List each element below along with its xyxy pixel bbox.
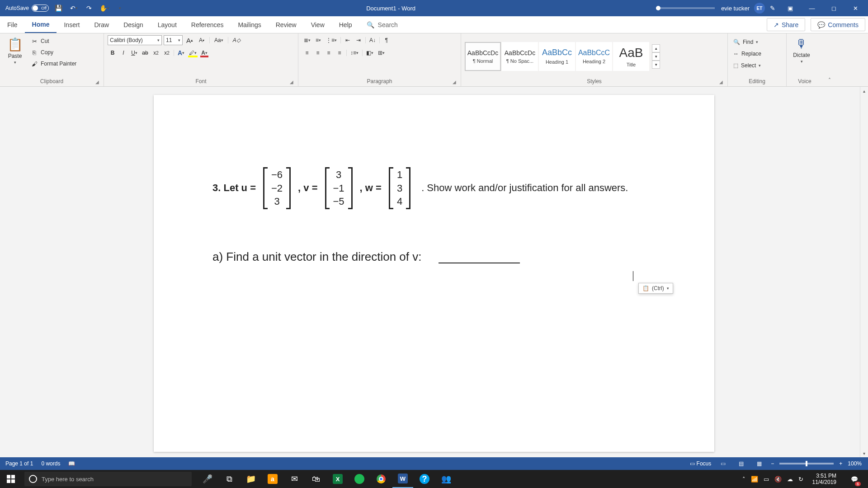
line-spacing-button[interactable]: ↕≡ ▾ [349, 48, 360, 58]
taskbar-word[interactable]: W [392, 470, 413, 488]
decrease-indent-button[interactable]: ⇤ [343, 35, 353, 45]
italic-button[interactable]: I [118, 48, 128, 58]
undo-icon[interactable]: ↶▾ [68, 2, 80, 14]
align-left-button[interactable]: ≡ [302, 48, 312, 58]
tab-home[interactable]: Home [25, 16, 57, 33]
taskbar-clock[interactable]: 3:51 PM 11/4/2019 [809, 473, 840, 486]
dictate-button[interactable]: 🎙 Dictate ▾ [790, 35, 813, 64]
taskbar-store[interactable]: 🛍 [306, 470, 326, 488]
taskbar-explorer[interactable]: 📁 [241, 470, 261, 488]
tab-layout[interactable]: Layout [151, 16, 184, 33]
cut-button[interactable]: ✂Cut [29, 36, 78, 46]
bullets-button[interactable]: ≣ ▾ [302, 35, 312, 45]
taskbar-amazon[interactable]: a [262, 470, 283, 488]
shrink-font-button[interactable]: A▾ [197, 35, 207, 45]
spellcheck-icon[interactable]: 📖 [68, 460, 75, 467]
draw-mode-icon[interactable]: ✎ [767, 2, 778, 14]
underline-button[interactable]: U ▾ [129, 48, 139, 58]
tab-mailings[interactable]: Mailings [231, 16, 268, 33]
tab-file[interactable]: File [0, 16, 25, 33]
font-name-select[interactable]: Calibri (Body)▾ [108, 35, 162, 45]
word-count[interactable]: 0 words [41, 460, 60, 467]
style-heading-2[interactable]: AaBbCcCHeading 2 [576, 42, 612, 71]
taskbar-chrome[interactable] [371, 470, 392, 488]
change-case-button[interactable]: Aa ▾ [212, 35, 225, 45]
ribbon-display-icon[interactable]: ▣ [780, 0, 800, 16]
touch-mode-icon[interactable]: ✋▾ [99, 2, 110, 14]
zoom-out-button[interactable]: − [771, 460, 774, 467]
scroll-up-icon[interactable]: ▴ [860, 87, 868, 95]
tray-battery-icon[interactable]: ▭ [764, 476, 769, 483]
page-count[interactable]: Page 1 of 1 [5, 460, 33, 467]
zoom-in-button[interactable]: + [839, 460, 842, 467]
comments-button[interactable]: 💬 Comments [811, 18, 865, 31]
increase-indent-button[interactable]: ⇥ [354, 35, 363, 45]
styles-scroll-down[interactable]: ▾ [652, 52, 660, 61]
styles-dialog-launcher[interactable]: ◢ [719, 80, 723, 84]
scroll-down-icon[interactable]: ▾ [860, 449, 868, 457]
sort-button[interactable]: A↓ [368, 35, 377, 45]
align-right-button[interactable]: ≡ [324, 48, 334, 58]
redo-icon[interactable]: ↷ [83, 2, 95, 14]
show-marks-button[interactable]: ¶ [382, 35, 392, 45]
tell-me-search[interactable]: 🔍 Search [359, 16, 405, 33]
tab-view[interactable]: View [304, 16, 332, 33]
read-mode-button[interactable]: ▭ [717, 459, 729, 468]
web-layout-button[interactable]: ▦ [753, 459, 765, 468]
action-center-button[interactable]: 💬 6 [845, 470, 863, 488]
maximize-button[interactable]: ◻ [824, 0, 844, 16]
taskbar-help[interactable]: ? [414, 470, 435, 488]
print-layout-button[interactable]: ▤ [735, 459, 747, 468]
bold-button[interactable]: B [108, 48, 118, 58]
collapse-ribbon-button[interactable]: ˄ [828, 77, 831, 84]
style-no-spacing[interactable]: AaBbCcDc¶ No Spac... [502, 42, 538, 71]
tab-review[interactable]: Review [269, 16, 304, 33]
font-dialog-launcher[interactable]: ◢ [290, 80, 293, 84]
tab-insert[interactable]: Insert [57, 16, 87, 33]
start-button[interactable] [0, 475, 22, 483]
subscript-button[interactable]: x2 [151, 48, 161, 58]
tray-volume-icon[interactable]: 🔇 [774, 476, 782, 483]
clipboard-dialog-launcher[interactable]: ◢ [95, 80, 99, 84]
justify-button[interactable]: ≡ [335, 48, 344, 58]
tab-design[interactable]: Design [116, 16, 151, 33]
grow-font-button[interactable]: A▴ [184, 35, 195, 45]
paste-button[interactable]: 📋 Paste ▾ [4, 35, 26, 65]
text-effects-button[interactable]: A ▾ [176, 48, 186, 58]
page[interactable]: 3. Let u = −6−23 , v = 3−1−5 , w = 134 [154, 95, 714, 452]
taskbar-excel[interactable]: X [327, 470, 348, 488]
multilevel-list-button[interactable]: ⋮≡ ▾ [324, 35, 339, 45]
copy-button[interactable]: ⎘Copy [29, 47, 78, 57]
tab-draw[interactable]: Draw [87, 16, 116, 33]
share-button[interactable]: ↗ Share [767, 18, 805, 31]
borders-button[interactable]: ⊞ ▾ [376, 48, 387, 58]
font-color-button[interactable]: A ▾ [199, 48, 209, 58]
taskbar-people[interactable]: 👥 [436, 470, 457, 488]
task-view-button[interactable]: ⧉ [219, 470, 240, 488]
style-heading-1[interactable]: AaBbCcHeading 1 [539, 42, 575, 71]
taskbar-spotify[interactable] [349, 470, 370, 488]
select-button[interactable]: ⬚Select ▾ [731, 61, 783, 70]
superscript-button[interactable]: x2 [162, 48, 172, 58]
replace-button[interactable]: ↔Replace [731, 49, 783, 59]
format-painter-button[interactable]: 🖌Format Painter [29, 59, 78, 69]
strikethrough-button[interactable]: ab [140, 48, 150, 58]
numbering-button[interactable]: ≡ ▾ [313, 35, 323, 45]
tab-references[interactable]: References [184, 16, 231, 33]
tray-wifi-icon[interactable]: 📶 [751, 476, 758, 483]
highlight-button[interactable]: 🖊 ▾ [187, 48, 198, 58]
shading-button[interactable]: ◧ ▾ [364, 48, 375, 58]
focus-mode-button[interactable]: ▭ Focus [690, 460, 711, 467]
tray-onedrive-icon[interactable]: ☁ [787, 476, 793, 483]
paste-options-button[interactable]: 📋 (Ctrl) ▾ [638, 283, 673, 294]
styles-scroll-up[interactable]: ▴ [652, 44, 660, 52]
style-normal[interactable]: AaBbCcDc¶ Normal [465, 42, 501, 71]
zoom-value[interactable]: 100% [848, 460, 862, 467]
qat-customize-icon[interactable]: ▾ [114, 2, 126, 14]
align-center-button[interactable]: ≡ [313, 48, 323, 58]
paragraph-dialog-launcher[interactable]: ◢ [453, 80, 456, 84]
minimize-button[interactable]: — [802, 0, 822, 16]
zoom-slider[interactable] [779, 463, 834, 465]
close-button[interactable]: ✕ [845, 0, 865, 16]
taskbar-search[interactable]: Type here to search [24, 472, 192, 486]
